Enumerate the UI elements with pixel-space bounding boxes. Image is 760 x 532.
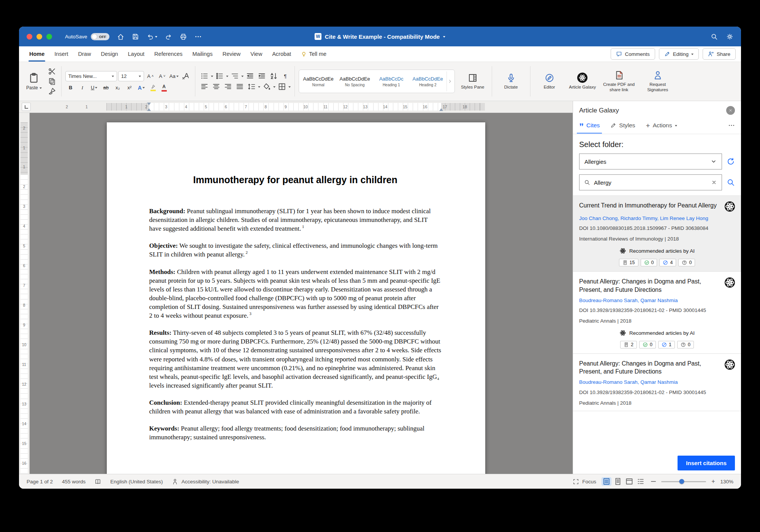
superscript-button[interactable]: x² (124, 84, 135, 92)
shrink-font-button[interactable]: A˅ (157, 72, 168, 80)
share-button[interactable]: Share (703, 48, 736, 60)
close-panel-icon[interactable] (726, 106, 735, 115)
underline-button[interactable]: U (89, 84, 100, 92)
zoom-slider[interactable] (661, 481, 706, 482)
ribbon-tab-design[interactable]: Design (96, 46, 123, 62)
ribbon-tab-review[interactable]: Review (217, 46, 245, 62)
style-no-spacing[interactable]: AaBbCcDdEeNo Spacing (337, 71, 373, 91)
tab-actions[interactable]: + Actions (646, 117, 677, 134)
insert-citations-button[interactable]: Insert citations (678, 456, 735, 470)
citations-count-chip[interactable]: 15 (619, 259, 638, 266)
citations-count-chip[interactable]: 2 (620, 341, 637, 348)
autosave-toggle[interactable]: OFF (91, 33, 109, 40)
check-count-chip[interactable]: 0 (641, 259, 657, 266)
editor-button[interactable]: Editor (534, 73, 565, 90)
document-page[interactable]: Immunotherapy for peanut allergy in chil… (107, 122, 485, 474)
zoom-level[interactable]: 130% (720, 479, 733, 484)
styles-gallery-expand[interactable] (446, 71, 453, 91)
create-pdf-button[interactable]: Create PDF and share link (600, 70, 638, 92)
editing-button[interactable]: Editing (659, 48, 699, 60)
sort-button[interactable] (268, 72, 279, 80)
highlight-button[interactable] (148, 84, 158, 92)
styles-pane-button[interactable]: Styles Pane (458, 73, 488, 90)
line-spacing-button[interactable] (246, 82, 257, 91)
folder-dropdown[interactable]: Allergies (579, 154, 722, 169)
ribbon-tab-view[interactable]: View (245, 46, 267, 62)
ribbon-tab-acrobat[interactable]: Acrobat (267, 46, 296, 62)
tab-stop-selector[interactable] (22, 103, 31, 111)
clear-search-icon[interactable] (711, 179, 717, 185)
style-heading-2[interactable]: AaBbCcDdEeHeading 2 (410, 71, 446, 91)
web-layout-view-button[interactable] (624, 477, 634, 486)
question-count-chip[interactable]: 0 (678, 259, 695, 266)
accessibility-status[interactable]: Accessibility: Unavailable (172, 478, 239, 485)
recommended-articles-link[interactable]: Recommended articles by AI (579, 329, 735, 336)
panel-more-icon[interactable] (728, 122, 735, 129)
request-signatures-button[interactable]: Request Signatures (640, 70, 675, 92)
tab-styles[interactable]: Styles (610, 117, 635, 134)
zoom-out-button[interactable] (651, 481, 656, 482)
vertical-ruler[interactable]: 211234567891011121314151617 (19, 113, 30, 474)
comments-button[interactable]: Comments (611, 48, 655, 60)
print-layout-view-button[interactable] (602, 477, 611, 486)
align-left-button[interactable] (199, 82, 210, 91)
more-commands-icon[interactable] (195, 33, 202, 40)
change-case-button[interactable]: Aa (169, 72, 179, 80)
article-galaxy-button[interactable]: Article Galaxy (567, 73, 598, 90)
spellcheck-icon[interactable] (95, 478, 101, 485)
check-count-chip[interactable]: 0 (639, 341, 656, 348)
retraction-count-chip[interactable]: 4 (659, 259, 676, 266)
ribbon-tab-home[interactable]: Home (24, 46, 49, 62)
read-mode-view-button[interactable] (613, 477, 623, 486)
italic-button[interactable]: I (77, 84, 88, 92)
increase-indent-button[interactable] (256, 72, 267, 80)
language-indicator[interactable]: English (United States) (110, 479, 163, 484)
recommended-articles-link[interactable]: Recommended articles by AI (579, 247, 735, 254)
justify-button[interactable] (234, 82, 245, 91)
ribbon-tab-insert[interactable]: Insert (49, 46, 73, 62)
subscript-button[interactable]: x₂ (112, 84, 123, 92)
print-icon[interactable] (180, 33, 187, 40)
zoom-window-button[interactable] (46, 34, 52, 40)
right-indent-marker[interactable] (439, 106, 443, 111)
format-painter-button[interactable] (47, 87, 57, 95)
title-dropdown-caret[interactable] (443, 36, 445, 39)
minimize-window-button[interactable] (36, 34, 42, 40)
tab-cites[interactable]: ” Cites (579, 117, 600, 134)
retraction-count-chip[interactable]: 1 (658, 341, 675, 348)
align-center-button[interactable] (211, 82, 222, 91)
ribbon-tab-references[interactable]: References (149, 46, 187, 62)
home-icon[interactable] (117, 33, 124, 40)
refresh-icon[interactable] (727, 157, 735, 166)
titlebar-search-icon[interactable] (711, 33, 718, 40)
hanging-indent-marker[interactable] (147, 106, 151, 111)
zoom-slider-thumb[interactable] (679, 479, 684, 484)
bullets-button[interactable] (199, 72, 210, 80)
grow-font-button[interactable]: A˄ (145, 72, 156, 80)
ribbon-tab-mailings[interactable]: Mailings (187, 46, 217, 62)
strikethrough-button[interactable]: ab (101, 84, 111, 92)
save-icon[interactable] (132, 33, 139, 40)
close-window-button[interactable] (27, 34, 32, 40)
titlebar-settings-icon[interactable] (726, 33, 733, 40)
paste-button[interactable]: Paste (23, 71, 45, 92)
undo-button[interactable] (147, 33, 157, 40)
style-normal[interactable]: AaBbCcDdEeNormal (301, 71, 336, 91)
font-size-select[interactable]: 12 (118, 71, 144, 81)
question-count-chip[interactable]: 0 (677, 341, 694, 348)
decrease-indent-button[interactable] (245, 72, 255, 80)
align-right-button[interactable] (223, 82, 233, 91)
undo-dropdown-caret[interactable] (155, 36, 157, 39)
result-authors[interactable]: Boudreau-Romano Sarah, Qamar Nashmia (579, 297, 735, 304)
font-color-button[interactable]: A (160, 84, 169, 92)
result-card[interactable]: Peanut Allergy: Changes in Dogma and Pas… (573, 354, 741, 411)
focus-toggle[interactable]: Focus (573, 478, 596, 485)
style-heading-1[interactable]: AaBbCcDcHeading 1 (374, 71, 409, 91)
text-effects-button[interactable]: A (136, 84, 147, 92)
clear-formatting-button[interactable] (180, 72, 191, 80)
ribbon-tab-tell-me[interactable]: Tell me (296, 46, 331, 62)
ribbon-tab-layout[interactable]: Layout (123, 46, 150, 62)
word-count[interactable]: 455 words (62, 479, 86, 484)
zoom-in-button[interactable]: + (711, 478, 715, 485)
horizontal-ruler[interactable]: 21123456789101112131415161718 (19, 101, 573, 113)
